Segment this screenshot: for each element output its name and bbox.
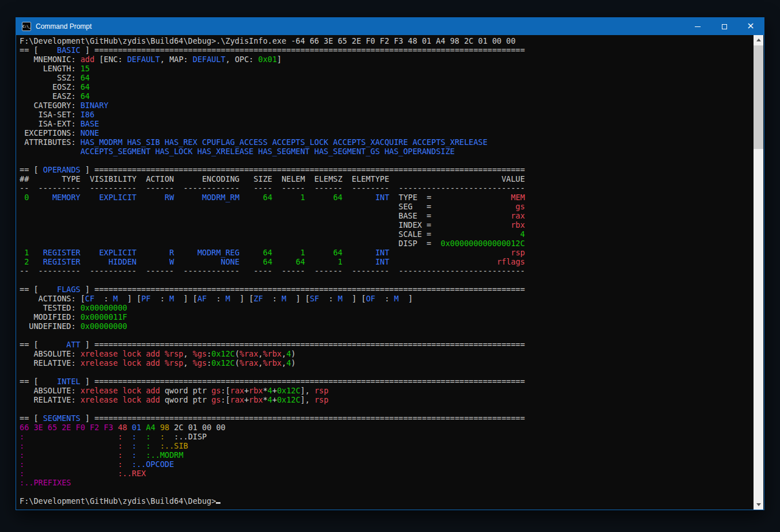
titlebar[interactable]: C:\_ Command Prompt ×: [16, 18, 764, 35]
terminal-line: ABSOLUTE: xrelease lock add %rsp, %gs:0x…: [20, 349, 525, 358]
terminal-line: ISA-EXT: BASE: [20, 119, 525, 128]
terminal-line: [20, 331, 525, 340]
terminal-line: MODIFIED: 0x0000011F: [20, 312, 525, 322]
terminal-line: 66 3E 65 2E F0 F2 F3 48 01 A4 98 2C 01 0…: [20, 423, 525, 432]
terminal-line: RELATIVE: xrelease lock add %rsp, %gs:0x…: [20, 358, 525, 368]
terminal-line: [20, 404, 525, 414]
terminal-line: SCALE = 4: [20, 229, 525, 239]
cmd-icon: C:\_: [22, 22, 31, 31]
close-button[interactable]: ×: [737, 18, 764, 35]
terminal-line: F:\Development\GitHub\zydis\Build64\Debu…: [20, 496, 525, 506]
terminal-line: F:\Development\GitHub\zydis\Build64\Debu…: [20, 36, 525, 45]
terminal-line: == [ ATT ] =============================…: [20, 340, 525, 349]
terminal-line: == [ OPERANDS ] ========================…: [20, 165, 525, 174]
terminal-line: == [ SEGMENTS ] ========================…: [20, 414, 525, 423]
scrollbar-thumb[interactable]: [754, 45, 763, 149]
text-cursor: [216, 502, 220, 504]
terminal-line: LENGTH: 15: [20, 64, 525, 73]
terminal-line: TESTED: 0x00000000: [20, 303, 525, 312]
terminal-line: ACCEPTS_SEGMENT HAS_LOCK HAS_XRELEASE HA…: [20, 147, 525, 156]
terminal-line: -- --------- ---------- ------ ---------…: [20, 183, 525, 193]
terminal-line: : :..REX: [20, 469, 525, 478]
terminal-line: : : : : :..SIB: [20, 441, 525, 450]
terminal-line: DISP = 0x000000000000012C: [20, 239, 525, 248]
terminal-line: [20, 156, 525, 165]
terminal-line: ATTRIBUTES: HAS_MODRM HAS_SIB HAS_REX CP…: [20, 137, 525, 147]
terminal-line: ## TYPE VISIBILITY ACTION ENCODING SIZE …: [20, 174, 525, 183]
scrollbar-down-button[interactable]: [754, 500, 763, 510]
terminal-line: MNEMONIC: add [ENC: DEFAULT, MAP: DEFAUL…: [20, 55, 525, 64]
terminal-line: ABSOLUTE: xrelease lock add qword ptr gs…: [20, 386, 525, 395]
terminal-line: CATEGORY: BINARY: [20, 101, 525, 110]
desktop: { "window": { "title": "Command Prompt",…: [0, 0, 780, 532]
terminal-line: ISA-SET: I86: [20, 110, 525, 119]
terminal-line: -- --------- ---------- ------ ---------…: [20, 266, 525, 275]
terminal-line: : : :..OPCODE: [20, 460, 525, 469]
console-area: F:\Development\GitHub\zydis\Build64\Debu…: [16, 35, 764, 510]
terminal-output[interactable]: F:\Development\GitHub\zydis\Build64\Debu…: [20, 36, 525, 506]
terminal-line: == [ INTEL ] ===========================…: [20, 377, 525, 386]
scrollbar-up-button[interactable]: [754, 35, 763, 45]
command-prompt-window: C:\_ Command Prompt × F:\Development\Git…: [16, 17, 764, 510]
window-title: Command Prompt: [36, 22, 684, 30]
terminal-line: [20, 368, 525, 377]
terminal-line: BASE = rax: [20, 211, 525, 220]
terminal-line: RELATIVE: xrelease lock add qword ptr gs…: [20, 395, 525, 404]
scroll-up-icon: [756, 39, 761, 41]
terminal-line: :..PREFIXES: [20, 478, 525, 487]
terminal-line: == [ BASIC ] ===========================…: [20, 45, 525, 55]
terminal-line: EOSZ: 64: [20, 82, 525, 91]
maximize-icon: [722, 24, 727, 29]
terminal-line: : : : :..MODRM: [20, 450, 525, 460]
maximize-button[interactable]: [711, 18, 737, 35]
terminal-line: : : : : : :..DISP: [20, 432, 525, 441]
terminal-line: 0 MEMORY EXPLICIT RW MODRM_RM 64 1 64 IN…: [20, 193, 525, 202]
terminal-line: SSZ: 64: [20, 73, 525, 82]
terminal-line: == [ FLAGS ] ===========================…: [20, 285, 525, 294]
caption-buttons: ×: [684, 18, 764, 35]
close-icon: ×: [747, 21, 754, 30]
terminal-line: [20, 487, 525, 496]
terminal-line: INDEX = rbx: [20, 220, 525, 229]
terminal-line: 1 REGISTER EXPLICIT R MODRM_REG 64 1 64 …: [20, 248, 525, 257]
terminal-line: EASZ: 64: [20, 91, 525, 101]
minimize-icon: [695, 26, 701, 27]
scrollbar[interactable]: [754, 35, 763, 510]
terminal-line: [20, 275, 525, 285]
minimize-button[interactable]: [684, 18, 711, 35]
terminal-line: ACTIONS: [CF : M ] [PF : M ] [AF : M ] […: [20, 294, 525, 303]
scroll-down-icon: [756, 503, 761, 506]
terminal-line: 2 REGISTER HIDDEN W NONE 64 64 1 INT rfl…: [20, 257, 525, 266]
terminal-line: UNDEFINED: 0x00000000: [20, 322, 525, 331]
terminal-line: SEG = gs: [20, 202, 525, 211]
terminal-line: EXCEPTIONS: NONE: [20, 128, 525, 137]
